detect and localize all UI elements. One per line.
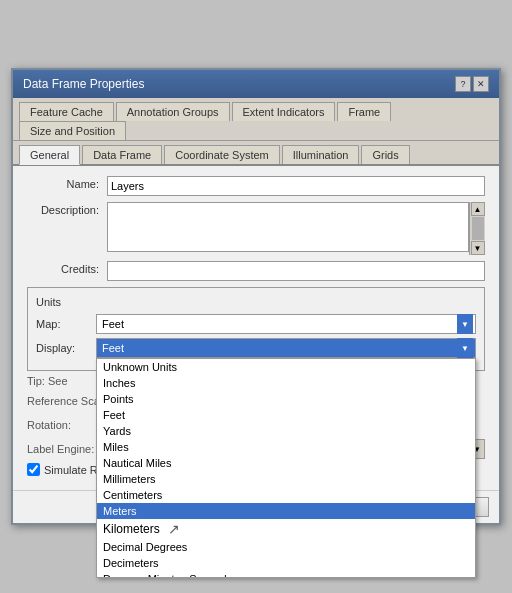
display-dropdown[interactable]: Unknown Units Inches Points Feet Yards M… — [96, 358, 476, 578]
close-button[interactable]: ✕ — [473, 76, 489, 92]
map-select[interactable]: Feet ▼ — [96, 314, 476, 334]
tabs-row-1: Feature Cache Annotation Groups Extent I… — [13, 98, 499, 141]
scroll-up-arrow[interactable]: ▲ — [471, 202, 485, 216]
tab-frame[interactable]: Frame — [337, 102, 391, 121]
tab-illumination[interactable]: Illumination — [282, 145, 360, 164]
dialog: Data Frame Properties ? ✕ Feature Cache … — [11, 68, 501, 525]
option-points[interactable]: Points — [97, 391, 475, 407]
map-row: Map: Feet ▼ — [36, 314, 476, 334]
option-meters[interactable]: Meters — [97, 503, 475, 519]
name-row: Name: — [27, 176, 485, 196]
option-inches[interactable]: Inches — [97, 375, 475, 391]
option-decimeters[interactable]: Decimeters — [97, 555, 475, 571]
option-kilometers[interactable]: Kilometers ↗ — [97, 519, 475, 539]
option-millimeters[interactable]: Millimeters — [97, 471, 475, 487]
content-area: Name: Description: ▲ ▼ Credits: — [13, 166, 499, 490]
display-dropdown-arrow[interactable]: ▼ — [457, 338, 473, 358]
credits-field — [107, 261, 485, 281]
scroll-thumb[interactable] — [472, 217, 484, 240]
display-row: Display: Feet ▼ Unknown Units Inches Poi… — [36, 338, 476, 358]
help-button[interactable]: ? — [455, 76, 471, 92]
description-field: ▲ ▼ — [107, 202, 485, 255]
name-label: Name: — [27, 176, 107, 190]
credits-label: Credits: — [27, 261, 107, 275]
title-bar: Data Frame Properties ? ✕ — [13, 70, 499, 98]
display-value: Feet — [99, 342, 457, 354]
cursor-icon: ↗ — [168, 521, 180, 537]
tab-data-frame[interactable]: Data Frame — [82, 145, 162, 164]
map-label: Map: — [36, 318, 96, 330]
description-scrollbar[interactable]: ▲ ▼ — [469, 202, 485, 255]
option-nautical-miles[interactable]: Nautical Miles — [97, 455, 475, 471]
units-box: Units Map: Feet ▼ Display: Feet ▼ — [27, 287, 485, 371]
tab-general[interactable]: General — [19, 145, 80, 165]
description-label: Description: — [27, 202, 107, 216]
dialog-title: Data Frame Properties — [23, 77, 144, 91]
credits-input[interactable] — [107, 261, 485, 281]
name-field — [107, 176, 485, 196]
tab-coordinate-system[interactable]: Coordinate System — [164, 145, 280, 164]
option-decimal-degrees[interactable]: Decimal Degrees — [97, 539, 475, 555]
display-select[interactable]: Feet ▼ — [96, 338, 476, 358]
option-degrees-minutes-seconds[interactable]: Degrees Minutes Seconds — [97, 571, 475, 578]
description-input[interactable] — [107, 202, 469, 252]
title-controls: ? ✕ — [455, 76, 489, 92]
simulate-checkbox[interactable] — [27, 463, 40, 476]
tab-annotation-groups[interactable]: Annotation Groups — [116, 102, 230, 121]
description-row: Description: ▲ ▼ — [27, 202, 485, 255]
option-feet[interactable]: Feet — [97, 407, 475, 423]
option-centimeters[interactable]: Centimeters — [97, 487, 475, 503]
credits-row: Credits: — [27, 261, 485, 281]
units-label: Units — [36, 296, 476, 308]
tab-feature-cache[interactable]: Feature Cache — [19, 102, 114, 121]
tab-grids[interactable]: Grids — [361, 145, 409, 164]
tab-size-position[interactable]: Size and Position — [19, 121, 126, 140]
display-label: Display: — [36, 342, 96, 354]
map-dropdown-arrow[interactable]: ▼ — [457, 314, 473, 334]
tab-extent-indicators[interactable]: Extent Indicators — [232, 102, 336, 121]
option-unknown-units[interactable]: Unknown Units — [97, 359, 475, 375]
tabs-row-2: General Data Frame Coordinate System Ill… — [13, 141, 499, 166]
map-value: Feet — [99, 318, 457, 330]
option-yards[interactable]: Yards — [97, 423, 475, 439]
option-miles[interactable]: Miles — [97, 439, 475, 455]
name-input[interactable] — [107, 176, 485, 196]
scroll-down-arrow[interactable]: ▼ — [471, 241, 485, 255]
